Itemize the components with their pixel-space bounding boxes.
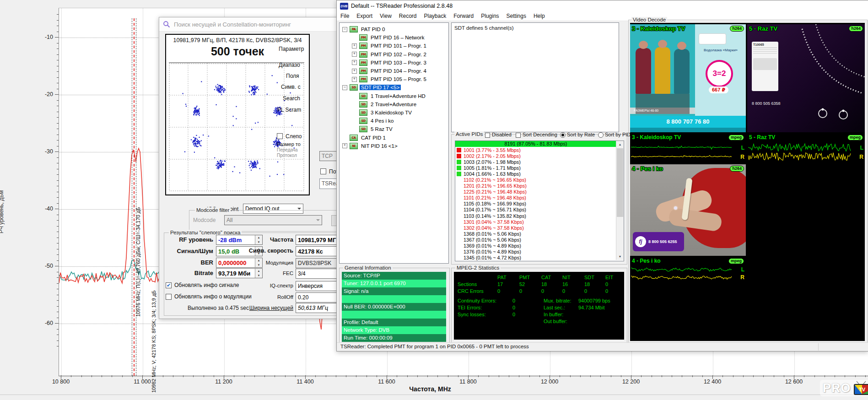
stats-sections-value: 17 — [497, 281, 503, 287]
stats-sections-value: 18 — [584, 281, 590, 287]
sort-by-pid-radio[interactable] — [598, 132, 604, 138]
total-bitrate-bar[interactable]: 8191 (87.05% - 81.83 Mbps) — [455, 141, 616, 147]
tree-row[interactable]: PMPMT PID 16 – Network — [340, 33, 448, 42]
pid-row[interactable]: 1105 (0.18% ~ 166.99 Kbps) — [455, 201, 616, 207]
y-tick-mark — [57, 49, 59, 49]
tree-row[interactable]: −SDSDT PID 17 <5> — [340, 83, 448, 92]
disabled-checkbox[interactable] — [485, 133, 490, 138]
tree-row[interactable]: +NINIT PID 16 <1> — [340, 142, 448, 150]
pid-row[interactable]: 1002 (2.17% - 2.05 Mbps) — [455, 153, 616, 159]
menu-item-settings[interactable]: Settings — [503, 13, 530, 19]
bitrate-field[interactable]: 93,719 Мби▲▼ — [216, 268, 263, 278]
sort-descending-checkbox[interactable] — [516, 133, 521, 138]
pid-row[interactable]: 1104 (0.17% ~ 156.71 Kbps) — [455, 207, 616, 213]
carrier-width-label[interactable]: Ширина несущей — [245, 305, 293, 311]
tree-row[interactable]: SD4 Pes i ko — [340, 117, 448, 125]
tree-row[interactable]: SD2 Travel+Adventure — [340, 100, 448, 108]
tree-row[interactable]: +PMPMT PID 103 – Progr. 3 — [340, 59, 448, 67]
menu-item-export[interactable]: Export — [353, 13, 376, 19]
pid-row[interactable]: 1301 (0.04% ~ 37.58 Kbps) — [455, 219, 616, 225]
scroll-up-button[interactable]: ▲ — [616, 141, 624, 148]
x-tick-mark — [173, 375, 173, 377]
blind-search-checkbox[interactable] — [277, 133, 283, 139]
menu-item-view[interactable]: View — [376, 13, 395, 19]
tree-expander[interactable]: − — [342, 27, 347, 32]
sort-by-rate-radio[interactable] — [560, 132, 566, 138]
x-tick-mark — [183, 375, 183, 377]
tree-expander[interactable]: + — [352, 52, 357, 57]
x-tick-mark — [539, 375, 540, 377]
x-tick-mark — [81, 375, 82, 377]
active-pids-list[interactable]: 8191 (87.05% - 81.83 Mbps) 1001 (3.77% -… — [455, 141, 624, 261]
menu-item-record[interactable]: Record — [395, 13, 421, 19]
tsreader-title: Default -- TSReader Professional 2.8.48 — [351, 3, 453, 9]
pid-row[interactable]: 1368 (0.01% ~ 5.06 Kbps) — [455, 231, 616, 237]
video-channel-title: 4 - Pes i ko — [632, 165, 663, 172]
stream-checkbox[interactable] — [320, 168, 326, 174]
menu-item-help[interactable]: Help — [530, 13, 549, 19]
menu-item-plugins[interactable]: Plugins — [477, 13, 502, 19]
pid-row[interactable]: 1302 (0.04% ~ 37.58 Kbps) — [455, 225, 616, 231]
tree-icon-sd: SD — [359, 93, 367, 99]
tree-expander[interactable]: + — [342, 143, 347, 148]
x-tick-mark — [814, 375, 815, 377]
video-pesiko[interactable]: fj 8 800 505 6255 4 - Pes i ko h264 — [630, 164, 746, 256]
pid-list-scrollbar[interactable]: ▲ ▼ — [616, 141, 624, 260]
x-tick-label: 12 600 — [778, 378, 810, 385]
tree-expander[interactable]: + — [352, 60, 357, 65]
sdt-info-panel[interactable]: SDT defines 5 channel(s) — [451, 22, 619, 132]
video-kaleidoskop[interactable]: Водолазка «Марки» 3=2 667 ₽ РАЗМЕРЫ 46-6… — [630, 24, 746, 132]
pid-row[interactable]: 1004 (1.66% - 1.63 Mbps) — [455, 171, 616, 177]
menu-item-forward[interactable]: Forward — [450, 13, 477, 19]
scroll-thumb[interactable] — [617, 148, 623, 217]
update-modulation-checkbox[interactable] — [166, 294, 172, 300]
pid-row[interactable]: 1376 (0.01% ~ 4.89 Kbps) — [455, 249, 616, 255]
audio-kaleidoskop[interactable]: 3 - Kaleidoskop TV mpeg L R — [630, 133, 746, 163]
constellation-plot[interactable] — [169, 62, 304, 191]
menu-item-file[interactable]: File — [337, 13, 353, 19]
audio-raztv[interactable]: 5 - Raz TV mpeg L R — [747, 133, 865, 163]
ber-field[interactable]: 0,0000000▲▼ — [216, 258, 263, 268]
pid-row[interactable]: 1003 (2.07% - 1.98 Mbps) — [455, 159, 616, 165]
pid-row[interactable]: 1005 (1.81% - 1.71 Mbps) — [455, 165, 616, 171]
pid-row[interactable]: 1102 (0.21% ~ 196.65 Kbps) — [455, 177, 616, 183]
tree-expander[interactable]: + — [352, 43, 357, 49]
marker-line-red[interactable] — [134, 18, 135, 376]
video-raztv[interactable]: Т10065 8 800 505 6358 5 - Raz TV h264 — [747, 24, 865, 132]
tree-row[interactable]: CACAT PID 1 — [340, 133, 448, 141]
audio-pesiko[interactable]: 4 - Pes i ko mpeg L R — [630, 257, 746, 283]
tree-row[interactable]: +PMPMT PID 101 – Progr. 1 — [340, 42, 448, 50]
pid-row[interactable]: 1001 (3.77% - 3.55 Mbps) — [455, 147, 616, 153]
pid-row[interactable]: 1103 (0.14% ~ 135.82 Kbps) — [455, 213, 616, 219]
update-signal-checkbox[interactable]: ✔ — [166, 282, 172, 288]
menu-item-playback[interactable]: Playback — [421, 13, 450, 19]
scroll-down-button[interactable]: ▼ — [616, 253, 624, 260]
tree-row[interactable]: SD5 Raz TV — [340, 125, 448, 133]
pid-row[interactable]: 1201 (0.21% ~ 196.65 Kbps) — [455, 183, 616, 189]
tree-row[interactable]: +PMPMT PID 104 – Progr. 4 — [340, 67, 448, 75]
tree-row[interactable]: SD1 Travel+Adventure HD — [340, 92, 448, 100]
tsreader-titlebar[interactable]: DVB Default -- TSReader Professional 2.8… — [337, 0, 868, 11]
pid-tree-panel[interactable]: −PAPAT PID 0PMPMT PID 16 – Network+PMPMT… — [339, 22, 449, 264]
pid-row[interactable]: 1101 (0.21% ~ 196.48 Kbps) — [455, 195, 616, 201]
pid-text: 1301 (0.04% ~ 37.58 Kbps) — [464, 219, 524, 225]
tsreader-statusbar: TSReader: Completed PMT for program 1 on… — [337, 342, 868, 351]
mpeg2-statistics-box: PATPMTCATNITSDTEITSections17521816180CRC… — [454, 272, 624, 340]
marker-line-black-1[interactable] — [132, 18, 132, 376]
pid-row[interactable]: 1345 (0.01% ~ 4.72 Kbps) — [455, 255, 616, 261]
tree-expander[interactable]: + — [352, 69, 357, 74]
modcode-combo[interactable]: All — [224, 215, 322, 225]
pid-row[interactable]: 1225 (0.21% ~ 196.48 Kbps) — [455, 189, 616, 195]
pid-row[interactable]: 1367 (0.01% ~ 5.06 Kbps) — [455, 237, 616, 243]
codec-badge: mpeg — [728, 135, 744, 141]
tree-row[interactable]: +PMPMT PID 102 – Progr. 2 — [340, 50, 448, 59]
pid-row[interactable]: 1369 (0.01% ~ 4.89 Kbps) — [455, 243, 616, 249]
tree-row[interactable]: +PMPMT PID 105 – Progr. 5 — [340, 75, 448, 83]
tree-row[interactable]: SD3 Kaleidoskop TV — [340, 108, 448, 117]
tree-expander[interactable]: + — [352, 77, 357, 82]
x-tick-label: 11 400 — [289, 378, 321, 385]
tree-row[interactable]: −PAPAT PID 0 — [340, 25, 448, 33]
tree-expander[interactable]: − — [342, 85, 347, 90]
sizes-text: РАЗМЕРЫ 46-60 — [634, 109, 658, 112]
tree-icon-pm: PM — [359, 68, 367, 74]
